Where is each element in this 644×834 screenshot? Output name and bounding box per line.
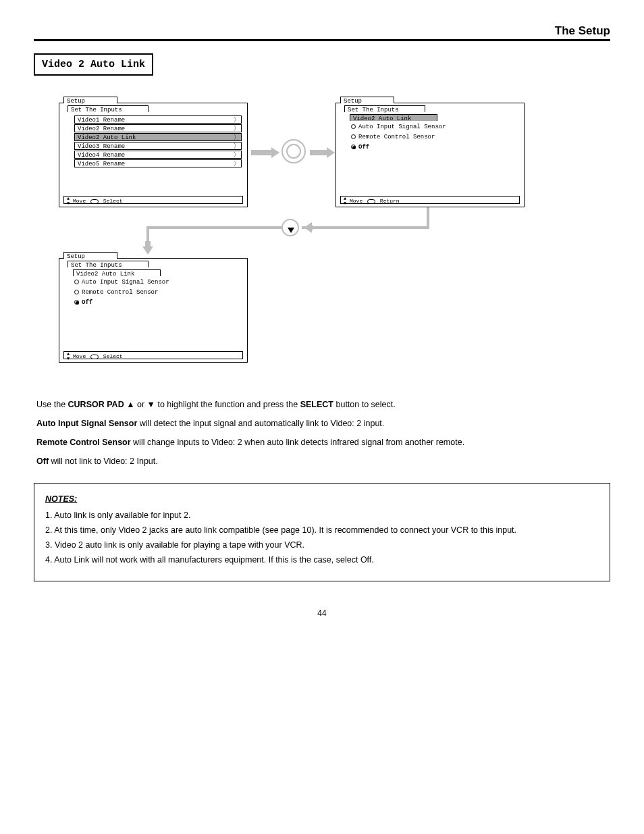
menu-item[interactable]: Video1 Rename〉	[74, 115, 242, 124]
menu-panel-1: Setup Set The Inputs Video1 Rename〉 Vide…	[59, 103, 248, 207]
menu-item[interactable]: Video3 Rename〉	[74, 142, 242, 150]
radio-option-selected[interactable]: Off	[351, 144, 518, 151]
footer-bar: ▲▼ Move Select	[63, 196, 243, 204]
note-item: 4. Auto Link will not work with all manu…	[45, 554, 599, 566]
radio-option[interactable]: Auto Input Signal Sensor	[74, 279, 242, 286]
flow-diagram: Setup Set The Inputs Video1 Rename〉 Vide…	[45, 96, 599, 386]
radio-option-selected[interactable]: Off	[74, 299, 242, 307]
tab-video2-autolink: Video2 Auto Link	[73, 269, 161, 276]
notes-box: NOTES: 1. Auto link is only available fo…	[34, 483, 610, 582]
tab-set-inputs: Set The Inputs	[68, 105, 149, 112]
note-item: 1. Auto link is only available for input…	[45, 509, 599, 521]
menu-item[interactable]: Video5 Rename〉	[74, 159, 242, 167]
menu-item-selected[interactable]: Video2 Auto Link〉	[74, 133, 242, 141]
connector	[427, 207, 429, 228]
page-number: 44	[34, 608, 610, 618]
tab-setup: Setup	[63, 97, 117, 103]
menu-item[interactable]: Video4 Rename〉	[74, 151, 242, 159]
note-item: 2. At this time, only Video 2 jacks are …	[45, 524, 599, 536]
arrow-right-icon	[251, 150, 271, 155]
arrow-left-icon	[312, 225, 313, 230]
footer-bar: ▲▼ Move Return	[340, 196, 520, 204]
radio-option[interactable]: Remote Control Sensor	[74, 289, 242, 296]
menu-item[interactable]: Video2 Rename〉	[74, 124, 242, 132]
instruction-text: Use the CURSOR PAD ▲ or ▼ to highlight t…	[34, 398, 610, 468]
radio-option[interactable]: Remote Control Sensor	[351, 134, 518, 141]
note-item: 3. Video 2 auto link is only available f…	[45, 539, 599, 551]
select-oval-icon	[90, 199, 99, 204]
menu-panel-3: Setup Set The Inputs Video2 Auto Link Au…	[59, 258, 248, 363]
select-oval-icon	[367, 199, 375, 204]
menu-panel-2: Setup Set The Inputs Video2 Auto Link Au…	[336, 103, 525, 207]
footer-bar: ▲▼ Move Select	[63, 351, 243, 359]
tab-video2-autolink: Video2 Auto Link	[350, 114, 437, 121]
section-heading: Video 2 Auto Link	[34, 53, 153, 76]
tab-setup: Setup	[340, 97, 394, 103]
tab-set-inputs: Set The Inputs	[344, 105, 425, 112]
tab-set-inputs: Set The Inputs	[68, 261, 149, 267]
header-section: The Setup	[34, 24, 610, 38]
top-rule	[34, 39, 610, 41]
arrow-right-icon	[310, 150, 327, 155]
select-button-icon	[281, 139, 306, 163]
select-oval-icon	[90, 355, 99, 359]
connector	[302, 226, 429, 229]
notes-heading: NOTES:	[45, 493, 599, 505]
cursor-down-button-icon	[281, 219, 299, 236]
tab-setup: Setup	[63, 252, 117, 259]
arrow-down-icon	[145, 241, 151, 246]
connector	[146, 226, 281, 229]
radio-option[interactable]: Auto Input Signal Sensor	[351, 124, 518, 131]
